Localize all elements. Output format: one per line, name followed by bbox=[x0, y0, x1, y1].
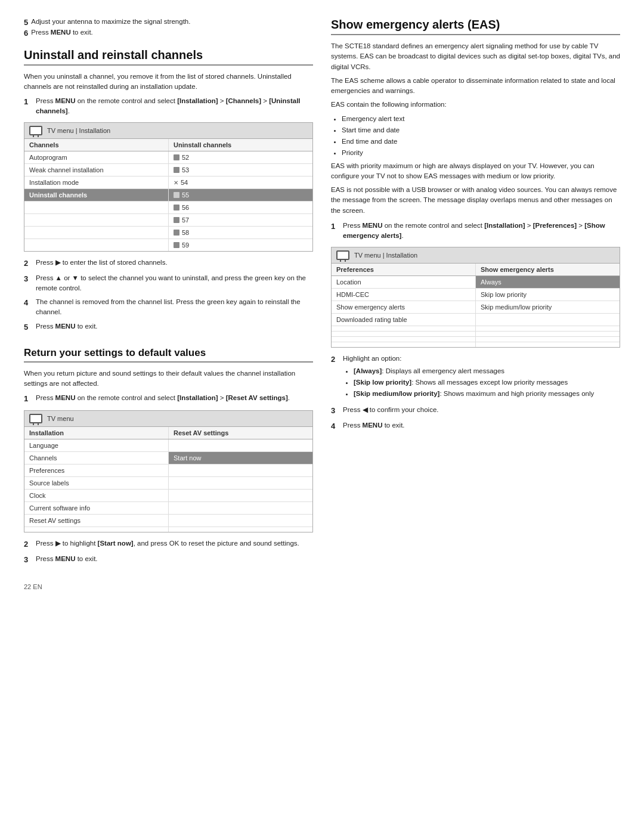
ch-59: 59 bbox=[174, 241, 308, 249]
menu-cell-location: Location bbox=[332, 276, 476, 288]
ch-icon-54: ✕ bbox=[174, 179, 178, 186]
eas-section: Show emergency alerts (EAS) The SCTE18 s… bbox=[331, 18, 620, 432]
eas-step3-num: 3 bbox=[331, 405, 339, 417]
menu-row-58: 58 bbox=[24, 227, 312, 239]
return-step1-num: 1 bbox=[24, 393, 32, 405]
menu-cell-software-right bbox=[169, 502, 312, 514]
return-settings-title: Return your settings to default values bbox=[24, 347, 313, 363]
menu-col-header-row-3: Preferences Show emergency alerts bbox=[332, 264, 620, 276]
menu-col-header-row-2: Installation Reset AV settings bbox=[24, 427, 312, 439]
menu-cell-show-emergency: Show emergency alerts bbox=[332, 301, 476, 313]
menu-cell-prefs-right bbox=[169, 465, 312, 476]
ch-icon-58 bbox=[174, 230, 179, 236]
menu-row-prefs: Preferences bbox=[24, 465, 312, 477]
menu-cell-skip-med-low: Skip medium/low priority bbox=[476, 301, 620, 313]
eas-bullets: Emergency alert text Start time and date… bbox=[331, 114, 620, 159]
return-steps-2: 2 Press ▶ to highlight [Start now], and … bbox=[24, 538, 313, 565]
uninstall-step4: 4 The channel is removed from the channe… bbox=[24, 297, 313, 318]
eas-option-skip-low: [Skip low priority]: Shows all messages … bbox=[354, 377, 620, 388]
top-steps: 5 Adjust your antenna to maximize the si… bbox=[24, 18, 313, 38]
menu-cell-54: ✕ 54 bbox=[169, 176, 312, 188]
menu-row-empty-e4 bbox=[332, 342, 620, 347]
eas-step1-text: Press MENU on the remote control and sel… bbox=[343, 221, 620, 241]
step-6-top-num: 6 bbox=[24, 29, 28, 38]
eas-step2: 2 Highlight an option: [Always]: Display… bbox=[331, 354, 620, 401]
menu-cell-start-now: Start now bbox=[169, 452, 312, 464]
ch-icon-52 bbox=[174, 154, 179, 160]
menu-row-source: Source labels bbox=[24, 477, 312, 490]
page-number: 22 EN bbox=[24, 583, 313, 590]
menu-cell-channels: Channels bbox=[24, 452, 169, 464]
menu-row-autoprogram: Autoprogram 52 bbox=[24, 151, 312, 164]
eas-steps-2: 2 Highlight an option: [Always]: Display… bbox=[331, 354, 620, 432]
return-step2-text: Press ▶ to highlight [Start now], and pr… bbox=[36, 538, 313, 550]
ch-icon-56 bbox=[174, 205, 179, 210]
ch-54: ✕ 54 bbox=[174, 179, 308, 186]
eas-para1: The SCTE18 standard defines an emergency… bbox=[331, 41, 620, 72]
ch-icon-59 bbox=[174, 242, 179, 248]
menu-col2-label-1: Uninstall channels bbox=[169, 139, 312, 151]
ch-55: 55 bbox=[174, 191, 308, 199]
eas-step2-label: Highlight an option: bbox=[343, 355, 401, 362]
menu-cell-empty-r-right bbox=[169, 527, 312, 532]
uninstall-step5-num: 5 bbox=[24, 321, 32, 333]
menu-cell-52: 52 bbox=[169, 151, 312, 163]
return-step3-num: 3 bbox=[24, 554, 32, 566]
left-column: 5 Adjust your antenna to maximize the si… bbox=[24, 18, 313, 590]
eas-step1-num: 1 bbox=[331, 221, 339, 241]
uninstall-step3-num: 3 bbox=[24, 273, 32, 294]
menu-cell-install-mode: Installation mode bbox=[24, 176, 169, 188]
uninstall-section: Uninstall and reinstall channels When yo… bbox=[24, 48, 313, 333]
menu-cell-prefs: Preferences bbox=[24, 465, 169, 476]
eas-option-always-bold: [Always] bbox=[354, 367, 382, 374]
ch-53: 53 bbox=[174, 166, 308, 174]
return-settings-section: Return your settings to default values W… bbox=[24, 347, 313, 565]
eas-option-skip-low-text: : Shows all messages except low priority… bbox=[411, 379, 568, 386]
menu-cell-downloaded: Downloaded rating table bbox=[332, 314, 476, 326]
eas-para2: The EAS scheme allows a cable operator t… bbox=[331, 76, 620, 97]
uninstall-step3-text: Press ▲ or ▼ to select the channel you w… bbox=[36, 273, 313, 294]
menu-cell-weak: Weak channel installation bbox=[24, 164, 169, 176]
menu-path-2: TV menu bbox=[47, 415, 74, 422]
menu-cell-source: Source labels bbox=[24, 477, 169, 489]
eas-bullet-4: Priority bbox=[342, 148, 620, 158]
menu-cell-downloaded-right bbox=[476, 314, 620, 326]
menu-row-empty-r bbox=[24, 527, 312, 532]
eas-option-skip-low-bold: [Skip low priority] bbox=[354, 379, 411, 386]
menu-cell-language: Language bbox=[24, 439, 169, 451]
menu-row-56: 56 bbox=[24, 202, 312, 214]
menu-table-2-header: TV menu bbox=[24, 411, 312, 427]
eas-step3: 3 Press ◀ to confirm your choice. bbox=[331, 405, 620, 417]
eas-option-skip-med-text: : Shows maximum and high priority messag… bbox=[439, 390, 594, 397]
eas-step4: 4 Press MENU to exit. bbox=[331, 420, 620, 432]
menu-row-uninstall: Uninstall channels 55 bbox=[24, 189, 312, 202]
eas-para5: EAS is not possible with a USB browser o… bbox=[331, 185, 620, 216]
uninstall-step4-num: 4 bbox=[24, 297, 32, 318]
menu-cell-empty-r bbox=[24, 527, 169, 532]
eas-step1: 1 Press MENU on the remote control and s… bbox=[331, 221, 620, 241]
ch-icon-53 bbox=[174, 167, 179, 173]
menu-cell-empty-e4-right bbox=[476, 342, 620, 347]
eas-bullet-3: End time and date bbox=[342, 137, 620, 147]
menu-cell-empty-57 bbox=[24, 214, 169, 226]
menu-cell-autoprogram: Autoprogram bbox=[24, 151, 169, 163]
right-column: Show emergency alerts (EAS) The SCTE18 s… bbox=[331, 18, 620, 590]
uninstall-step2-num: 2 bbox=[24, 258, 32, 270]
menu-row-clock: Clock bbox=[24, 490, 312, 502]
menu-row-show-emergency: Show emergency alerts Skip medium/low pr… bbox=[332, 301, 620, 314]
menu-col-header-row-1: Channels Uninstall channels bbox=[24, 139, 312, 151]
eas-para3: EAS contain the following information: bbox=[331, 100, 620, 110]
eas-option-skip-med: [Skip medium/low priority]: Shows maximu… bbox=[354, 389, 620, 399]
menu-path-1: TV menu | Installation bbox=[47, 127, 110, 134]
ch-52: 52 bbox=[174, 154, 308, 161]
menu-cell-55: 55 bbox=[169, 189, 312, 201]
menu-cell-empty-56 bbox=[24, 202, 169, 213]
tv-icon-3 bbox=[336, 250, 349, 260]
uninstall-step5-text: Press MENU to exit. bbox=[36, 321, 313, 333]
eas-options: [Always]: Displays all emergency alert m… bbox=[343, 366, 620, 400]
eas-step4-num: 4 bbox=[331, 420, 339, 432]
eas-bullet-1: Emergency alert text bbox=[342, 114, 620, 124]
return-settings-intro: When you return picture and sound settin… bbox=[24, 368, 313, 389]
menu-row-location: Location Always bbox=[332, 276, 620, 289]
tv-icon-2 bbox=[29, 414, 42, 423]
